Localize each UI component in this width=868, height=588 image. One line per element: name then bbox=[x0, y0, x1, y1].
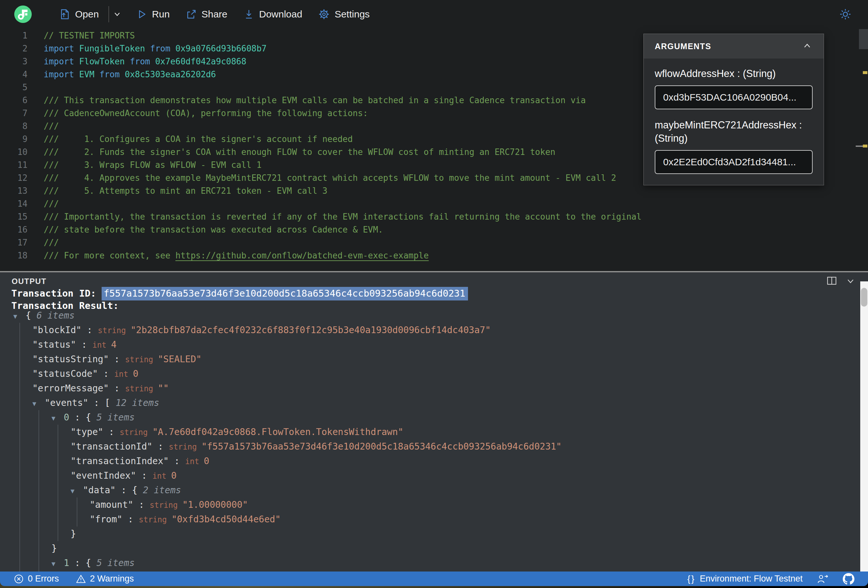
code-token: 0x9a0766d93b6608b7 bbox=[176, 44, 267, 53]
json-punct: : bbox=[123, 514, 139, 525]
share-button-label: Share bbox=[201, 9, 227, 20]
code-token: EVM bbox=[79, 69, 100, 79]
json-type-label: string bbox=[149, 501, 182, 510]
code-link[interactable]: https://github.com/onflow/batched-evm-ex… bbox=[176, 251, 429, 260]
json-punct: } bbox=[52, 543, 57, 554]
json-items-count: 12 items bbox=[115, 398, 159, 408]
errors-label: 0 Errors bbox=[28, 574, 59, 584]
warnings-status[interactable]: 2 Warnings bbox=[76, 574, 134, 584]
code-token: import bbox=[44, 69, 79, 79]
editor-scrollbar-thumb[interactable] bbox=[859, 29, 868, 49]
json-punct: : { bbox=[115, 485, 143, 495]
flow-logo[interactable] bbox=[14, 6, 32, 23]
json-index: 0 bbox=[64, 412, 69, 423]
json-tree-row: "eventIndex" : int 0 bbox=[0, 468, 858, 483]
run-play-icon bbox=[136, 9, 147, 20]
theme-toggle-button[interactable] bbox=[839, 8, 852, 21]
argument-input-maybemint[interactable] bbox=[655, 150, 813, 174]
json-items-count: 5 items bbox=[96, 412, 134, 423]
arguments-title: ARGUMENTS bbox=[655, 42, 712, 51]
toolbar: Open Run Share bbox=[0, 0, 868, 28]
json-key: "eventIndex" bbox=[71, 470, 136, 481]
transaction-id-label: Transaction ID: bbox=[11, 288, 102, 299]
json-items-count: 2 items bbox=[143, 485, 181, 495]
toolbar-divider bbox=[108, 6, 109, 22]
chevron-up-icon[interactable] bbox=[802, 41, 813, 52]
github-button[interactable] bbox=[843, 573, 855, 585]
environment-status[interactable]: {} Environment: Flow Testnet bbox=[687, 574, 803, 584]
line-number: 17 bbox=[0, 236, 28, 249]
json-items-count: 5 items bbox=[96, 558, 134, 568]
collapse-output-button[interactable] bbox=[845, 277, 856, 287]
collapse-triangle-icon[interactable]: ▼ bbox=[71, 484, 83, 498]
code-line: 15/// Importantly, the transaction is re… bbox=[0, 210, 858, 223]
code-token: import bbox=[44, 57, 79, 66]
open-button[interactable]: Open bbox=[59, 9, 99, 20]
line-number: 11 bbox=[0, 159, 28, 171]
split-view-button[interactable] bbox=[827, 276, 837, 287]
code-token: /// state before the transaction was exe… bbox=[44, 225, 383, 234]
arguments-panel-body: wflowAddressHex : (String) maybeMintERC7… bbox=[644, 59, 824, 185]
run-button[interactable]: Run bbox=[136, 9, 170, 20]
line-number: 4 bbox=[0, 68, 28, 81]
json-punct: { bbox=[25, 310, 37, 321]
json-tree-row: "from" : string "0xfd3b4cd50d44e6ed" bbox=[0, 512, 858, 526]
line-number: 16 bbox=[0, 223, 28, 236]
code-token: from bbox=[130, 57, 155, 66]
json-number-value: 4 bbox=[111, 339, 117, 350]
share-icon bbox=[185, 9, 197, 20]
json-tree-row: "status" : int 4 bbox=[0, 337, 858, 352]
chevron-down-icon bbox=[845, 277, 856, 285]
share-button[interactable]: Share bbox=[185, 9, 227, 20]
json-tree-row: ▼0 : { 5 items bbox=[0, 410, 858, 425]
collapse-triangle-icon[interactable]: ▼ bbox=[52, 411, 64, 426]
collapse-triangle-icon[interactable]: ▼ bbox=[13, 309, 25, 324]
json-punct: : bbox=[109, 383, 125, 393]
output-panel: OUTPUT Transaction ID: f557a1573b76aa53e… bbox=[0, 272, 868, 572]
settings-button[interactable]: Settings bbox=[318, 8, 370, 21]
code-editor[interactable]: 1// TESTNET IMPORTS2import FungibleToken… bbox=[0, 28, 868, 271]
json-tree: ▼{ 6 items"blockId" : string "2b28cbfb87… bbox=[0, 308, 858, 572]
output-scrollbar[interactable] bbox=[860, 281, 868, 572]
argument-input-wflow[interactable] bbox=[655, 85, 813, 109]
json-punct: : bbox=[103, 427, 120, 437]
json-string-value: "0xfd3b4cd50d44e6ed" bbox=[171, 514, 280, 525]
line-number: 10 bbox=[0, 146, 28, 159]
open-dropdown-button[interactable] bbox=[112, 9, 123, 20]
feedback-button[interactable] bbox=[817, 573, 828, 584]
arguments-panel-header[interactable]: ARGUMENTS bbox=[644, 34, 824, 59]
json-tree-row: } bbox=[0, 526, 858, 541]
json-string-value: "" bbox=[158, 383, 169, 393]
json-key: "transactionIndex" bbox=[71, 456, 168, 466]
download-button-label: Download bbox=[259, 9, 302, 20]
code-token: // TESTNET IMPORTS bbox=[44, 31, 135, 40]
code-line: 14/// bbox=[0, 197, 858, 210]
errors-status[interactable]: 0 Errors bbox=[13, 574, 59, 584]
json-punct: : { bbox=[69, 412, 96, 423]
download-button[interactable]: Download bbox=[243, 9, 302, 20]
editor-scrollbar[interactable] bbox=[859, 28, 868, 271]
json-type-label: string bbox=[139, 515, 171, 524]
environment-label: Environment: Flow Testnet bbox=[700, 574, 803, 584]
transaction-id-value[interactable]: f557a1573b76aa53e73d46f3e10d200d5c18a653… bbox=[102, 287, 468, 301]
code-token: /// 2. Funds the signer's COA with enoug… bbox=[44, 147, 555, 157]
json-string-value: "2b28cbfb87da2cfec4f0232c6f883f0f12c95b3… bbox=[130, 325, 491, 335]
json-tree-row: "statusString" : string "SEALED" bbox=[0, 352, 858, 367]
json-type-label: string bbox=[125, 384, 158, 393]
code-token: 0x8c5303eaa26202d6 bbox=[125, 69, 216, 79]
collapse-triangle-icon[interactable]: ▼ bbox=[32, 396, 45, 411]
json-tree-row: ▼"events" : [ 12 items bbox=[0, 396, 858, 410]
warning-icon bbox=[76, 574, 86, 584]
code-line: 13/// 5. Attempts to mint an ERC721 toke… bbox=[0, 184, 858, 197]
json-punct: : bbox=[133, 500, 150, 510]
collapse-triangle-icon[interactable]: ▼ bbox=[52, 557, 64, 571]
output-scrollbar-thumb[interactable] bbox=[861, 288, 867, 307]
json-punct: : { bbox=[69, 558, 96, 568]
transaction-id-line: Transaction ID: f557a1573b76aa53e73d46f3… bbox=[11, 287, 468, 299]
code-token: /// bbox=[44, 238, 59, 248]
json-tree-row: "transactionIndex" : int 0 bbox=[0, 454, 858, 468]
json-key: "status" bbox=[32, 339, 76, 350]
json-number-value: 0 bbox=[171, 470, 177, 481]
json-key: "statusString" bbox=[32, 354, 109, 364]
json-tree-row: ▼1 : { 5 items bbox=[0, 556, 858, 570]
